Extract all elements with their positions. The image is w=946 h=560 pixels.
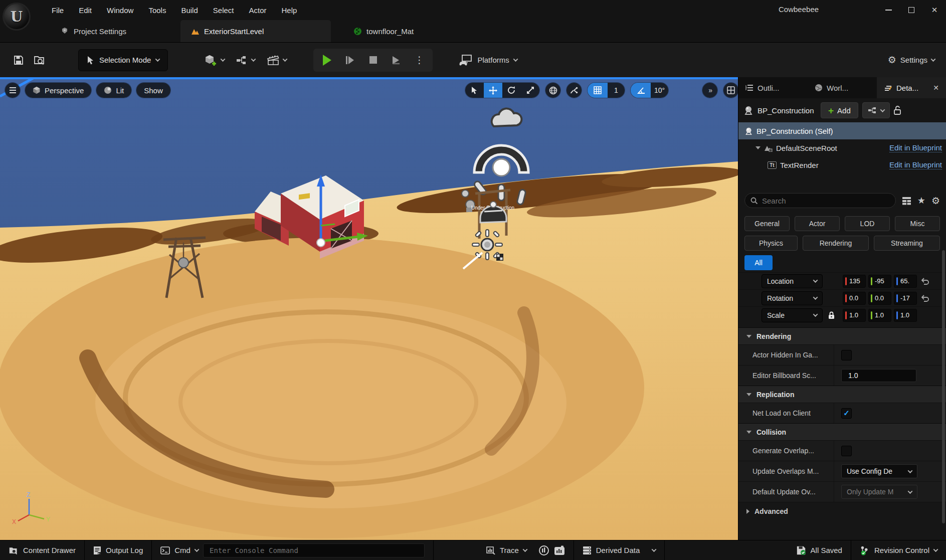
category-streaming[interactable]: Streaming bbox=[874, 236, 940, 251]
default-update-dropdown[interactable]: Only Update M bbox=[841, 485, 917, 499]
move-tool-button[interactable] bbox=[484, 83, 502, 98]
section-replication[interactable]: Replication bbox=[738, 386, 946, 403]
expand-toolbar-button[interactable]: » bbox=[702, 83, 717, 98]
search-input[interactable] bbox=[762, 197, 890, 205]
menu-tools[interactable]: Tools bbox=[141, 4, 173, 17]
favorites-star-icon[interactable]: ★ bbox=[917, 195, 925, 206]
location-y-field[interactable]: -95 bbox=[868, 275, 891, 288]
selection-mode-dropdown[interactable]: Selection Mode bbox=[78, 49, 168, 71]
close-tab-icon[interactable]: ✕ bbox=[933, 84, 939, 92]
category-all[interactable]: All bbox=[744, 255, 773, 270]
maximize-button[interactable] bbox=[900, 0, 923, 20]
tab-project-settings[interactable]: Project Settings bbox=[50, 20, 136, 42]
rotation-y-field[interactable]: 0.0 bbox=[868, 292, 891, 305]
category-actor[interactable]: Actor bbox=[795, 216, 840, 231]
grid-snap-toggle-button[interactable] bbox=[588, 83, 608, 98]
location-z-field[interactable]: 65. bbox=[894, 275, 917, 288]
console-command-input[interactable] bbox=[203, 543, 425, 557]
scale-x-field[interactable]: 1.0 bbox=[843, 309, 866, 322]
category-misc[interactable]: Misc bbox=[895, 216, 940, 231]
menu-build[interactable]: Build bbox=[173, 4, 205, 17]
unreal-logo-icon[interactable]: U bbox=[3, 3, 31, 31]
reset-location-button[interactable] bbox=[921, 278, 929, 285]
output-log-button[interactable]: Output Log bbox=[85, 540, 152, 560]
angle-snap-value[interactable]: 10° bbox=[651, 83, 668, 98]
net-load-checkbox[interactable]: ✓ bbox=[841, 408, 852, 419]
minimize-button[interactable] bbox=[877, 0, 900, 20]
section-collision[interactable]: Collision bbox=[738, 423, 946, 440]
rotation-x-field[interactable]: 0.0 bbox=[843, 292, 866, 305]
cinematics-button[interactable] bbox=[266, 50, 287, 71]
tree-row-scene-root[interactable]: DefaultSceneRoot Edit in Blueprint bbox=[738, 139, 946, 156]
play-button[interactable] bbox=[316, 50, 337, 71]
scale-dropdown[interactable]: Scale bbox=[762, 308, 823, 322]
expander-icon[interactable] bbox=[755, 146, 761, 149]
level-viewport[interactable]: Under Construction bbox=[0, 77, 738, 540]
grid-snap-value[interactable]: 1 bbox=[608, 83, 625, 98]
scale-z-field[interactable]: 1.0 bbox=[894, 309, 917, 322]
trace-label[interactable]: Trace bbox=[500, 546, 519, 554]
add-actor-button[interactable] bbox=[204, 50, 225, 71]
perspective-dropdown[interactable]: Perspective bbox=[25, 83, 91, 98]
settings-dropdown[interactable]: ⚙ Settings bbox=[888, 55, 938, 65]
tree-row-text-render[interactable]: Tt TextRender Edit in Blueprint bbox=[738, 156, 946, 173]
show-dropdown[interactable]: Show bbox=[136, 83, 170, 98]
editor-billboard-field[interactable]: 1.0 bbox=[841, 369, 916, 382]
category-rendering[interactable]: Rendering bbox=[803, 236, 869, 251]
tab-world-settings[interactable]: Worl... bbox=[808, 77, 877, 98]
viewport-scene[interactable]: Under Construction bbox=[0, 77, 738, 540]
browse-content-button[interactable] bbox=[29, 50, 50, 71]
tree-row-self[interactable]: BP_Construction (Self) bbox=[738, 122, 946, 139]
stop-button[interactable] bbox=[362, 50, 384, 71]
location-x-field[interactable]: 135 bbox=[843, 275, 866, 288]
edit-in-blueprint-link[interactable]: Edit in Blueprint bbox=[889, 143, 942, 152]
all-saved-button[interactable]: All Saved bbox=[788, 540, 851, 560]
surface-snapping-button[interactable] bbox=[566, 83, 582, 98]
insights-icon[interactable] bbox=[538, 545, 549, 556]
tab-details[interactable]: Deta... ✕ bbox=[877, 77, 946, 98]
revision-control-dropdown[interactable]: Revision Control bbox=[851, 540, 946, 560]
snapshot-icon[interactable] bbox=[554, 545, 565, 555]
tab-townfloor-mat[interactable]: townfloor_Mat bbox=[343, 20, 424, 42]
actor-hidden-checkbox[interactable] bbox=[841, 350, 852, 360]
frame-skip-button[interactable] bbox=[339, 50, 360, 71]
tab-exterior-start-level[interactable]: ExteriorStartLevel bbox=[180, 20, 331, 42]
menu-help[interactable]: Help bbox=[274, 4, 305, 17]
small-sphere-gizmo[interactable] bbox=[462, 190, 469, 197]
section-advanced[interactable]: Advanced bbox=[738, 502, 946, 520]
rotate-tool-button[interactable] bbox=[502, 83, 521, 98]
category-physics[interactable]: Physics bbox=[744, 236, 798, 251]
close-button[interactable]: ✕ bbox=[923, 0, 946, 20]
derived-data-dropdown[interactable]: Derived Data bbox=[574, 540, 665, 560]
add-component-button[interactable]: + Add bbox=[821, 102, 858, 118]
category-lod[interactable]: LOD bbox=[845, 216, 890, 231]
menu-file[interactable]: File bbox=[44, 4, 71, 17]
quad-view-button[interactable] bbox=[723, 83, 738, 98]
generate-overlap-checkbox[interactable] bbox=[841, 446, 852, 456]
blueprint-actions-dropdown[interactable] bbox=[862, 102, 890, 118]
section-rendering[interactable]: Rendering bbox=[738, 327, 946, 344]
search-box[interactable] bbox=[744, 193, 896, 208]
location-dropdown[interactable]: Location bbox=[762, 274, 823, 288]
category-general[interactable]: General bbox=[744, 216, 790, 231]
menu-edit[interactable]: Edit bbox=[71, 4, 99, 17]
scale-y-field[interactable]: 1.0 bbox=[868, 309, 891, 322]
rotation-z-field[interactable]: -17 bbox=[894, 292, 917, 305]
blueprints-button[interactable] bbox=[235, 50, 256, 71]
save-button[interactable] bbox=[8, 50, 29, 71]
world-local-toggle-button[interactable] bbox=[545, 83, 560, 98]
panel-scrollbar[interactable] bbox=[942, 250, 945, 523]
lock-icon[interactable] bbox=[828, 311, 835, 319]
edit-in-blueprint-link[interactable]: Edit in Blueprint bbox=[889, 160, 942, 169]
tab-outliner[interactable]: Outli... bbox=[738, 77, 808, 98]
rotation-dropdown[interactable]: Rotation bbox=[762, 291, 823, 305]
viewport-menu-button[interactable] bbox=[5, 83, 20, 98]
details-settings-gear-icon[interactable]: ⚙ bbox=[931, 196, 940, 206]
content-drawer-button[interactable]: Content Drawer bbox=[0, 540, 85, 560]
display-options-icon[interactable] bbox=[902, 197, 911, 205]
play-options-kebab-button[interactable]: ⋮ bbox=[409, 50, 430, 71]
menu-select[interactable]: Select bbox=[206, 4, 242, 17]
reset-rotation-button[interactable] bbox=[921, 295, 929, 302]
cmd-label[interactable]: Cmd bbox=[174, 546, 191, 554]
select-tool-button[interactable] bbox=[465, 83, 484, 98]
